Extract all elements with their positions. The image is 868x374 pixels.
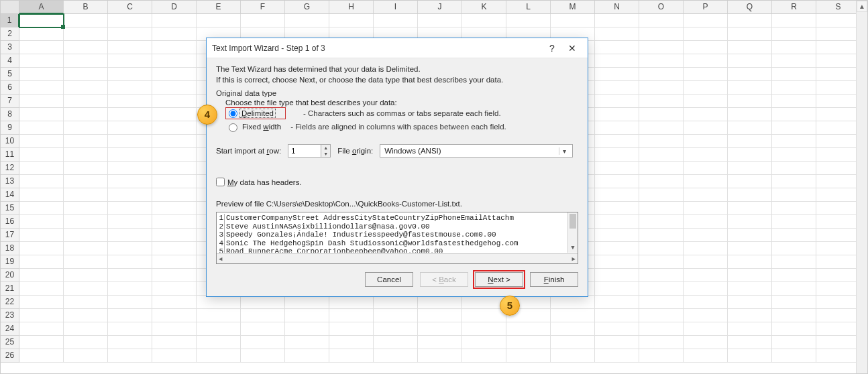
- cell-C16[interactable]: [108, 215, 152, 229]
- cell-D23[interactable]: [152, 309, 197, 322]
- cell-C10[interactable]: [108, 135, 152, 148]
- cell-B11[interactable]: [64, 148, 108, 162]
- cell-O9[interactable]: [639, 121, 684, 135]
- cell-R20[interactable]: [772, 269, 816, 282]
- cell-A4[interactable]: [19, 54, 64, 68]
- row-header-21[interactable]: 21: [1, 282, 19, 296]
- cell-S12[interactable]: [816, 162, 861, 175]
- cell-Q1[interactable]: [728, 14, 772, 27]
- cell-B23[interactable]: [64, 309, 108, 322]
- cell-L1[interactable]: [506, 14, 551, 27]
- cell-K24[interactable]: [462, 322, 506, 336]
- cell-B22[interactable]: [64, 296, 108, 309]
- cell-A20[interactable]: [19, 269, 64, 282]
- cell-G22[interactable]: [285, 296, 329, 309]
- cell-K26[interactable]: [462, 349, 506, 363]
- column-header-N[interactable]: N: [595, 1, 639, 14]
- cell-B2[interactable]: [64, 27, 108, 41]
- cell-B5[interactable]: [64, 68, 108, 81]
- cell-P23[interactable]: [684, 309, 728, 322]
- cell-R8[interactable]: [772, 108, 816, 121]
- cell-C24[interactable]: [108, 322, 152, 336]
- cell-M24[interactable]: [551, 322, 595, 336]
- cell-A16[interactable]: [19, 215, 64, 229]
- cell-I1[interactable]: [374, 14, 418, 27]
- cell-N24[interactable]: [595, 322, 639, 336]
- cell-P20[interactable]: [684, 269, 728, 282]
- cell-D7[interactable]: [152, 95, 197, 108]
- cell-Q9[interactable]: [728, 121, 772, 135]
- cell-C21[interactable]: [108, 282, 152, 296]
- cell-S18[interactable]: [816, 242, 861, 255]
- cell-A18[interactable]: [19, 242, 64, 255]
- cell-K25[interactable]: [462, 336, 506, 349]
- cell-S5[interactable]: [816, 68, 861, 81]
- cell-R23[interactable]: [772, 309, 816, 322]
- cell-Q18[interactable]: [728, 242, 772, 255]
- column-header-S[interactable]: S: [816, 1, 861, 14]
- cell-A10[interactable]: [19, 135, 64, 148]
- cell-A24[interactable]: [19, 322, 64, 336]
- cell-P19[interactable]: [684, 255, 728, 269]
- cell-M26[interactable]: [551, 349, 595, 363]
- cell-R2[interactable]: [772, 27, 816, 41]
- row-header-9[interactable]: 9: [1, 121, 19, 135]
- cell-O2[interactable]: [639, 27, 684, 41]
- cell-G23[interactable]: [285, 309, 329, 322]
- cell-E24[interactable]: [197, 322, 241, 336]
- row-header-2[interactable]: 2: [1, 27, 19, 41]
- cell-Q22[interactable]: [728, 296, 772, 309]
- cell-C23[interactable]: [108, 309, 152, 322]
- row-header-13[interactable]: 13: [1, 175, 19, 188]
- cell-D1[interactable]: [152, 14, 197, 27]
- column-header-A[interactable]: A: [19, 1, 64, 14]
- headers-checkbox[interactable]: [216, 178, 225, 186]
- column-header-P[interactable]: P: [684, 1, 728, 14]
- cell-D12[interactable]: [152, 162, 197, 175]
- cell-D5[interactable]: [152, 68, 197, 81]
- cell-C19[interactable]: [108, 255, 152, 269]
- scroll-down-icon[interactable]: ▼: [568, 243, 578, 253]
- cell-B13[interactable]: [64, 175, 108, 188]
- cell-P3[interactable]: [684, 41, 728, 54]
- cell-B9[interactable]: [64, 121, 108, 135]
- column-header-C[interactable]: C: [108, 1, 152, 14]
- cell-N18[interactable]: [595, 242, 639, 255]
- cell-P18[interactable]: [684, 242, 728, 255]
- cell-O13[interactable]: [639, 175, 684, 188]
- cell-R11[interactable]: [772, 148, 816, 162]
- cell-M25[interactable]: [551, 336, 595, 349]
- cell-S9[interactable]: [816, 121, 861, 135]
- column-header-M[interactable]: M: [551, 1, 595, 14]
- cell-Q26[interactable]: [728, 349, 772, 363]
- cell-P24[interactable]: [684, 322, 728, 336]
- cell-O18[interactable]: [639, 242, 684, 255]
- cell-K1[interactable]: [462, 14, 506, 27]
- cell-S25[interactable]: [816, 336, 861, 349]
- cell-O10[interactable]: [639, 135, 684, 148]
- cell-H24[interactable]: [329, 322, 374, 336]
- cell-N19[interactable]: [595, 255, 639, 269]
- cell-N16[interactable]: [595, 215, 639, 229]
- cell-P21[interactable]: [684, 282, 728, 296]
- cell-C6[interactable]: [108, 81, 152, 95]
- cell-B15[interactable]: [64, 202, 108, 215]
- cell-P13[interactable]: [684, 175, 728, 188]
- cell-O14[interactable]: [639, 188, 684, 202]
- cell-S13[interactable]: [816, 175, 861, 188]
- cell-E22[interactable]: [197, 296, 241, 309]
- row-header-22[interactable]: 22: [1, 296, 19, 309]
- cell-D3[interactable]: [152, 41, 197, 54]
- cell-N12[interactable]: [595, 162, 639, 175]
- cell-I26[interactable]: [374, 349, 418, 363]
- cell-N7[interactable]: [595, 95, 639, 108]
- cell-D19[interactable]: [152, 255, 197, 269]
- cell-G26[interactable]: [285, 349, 329, 363]
- cell-S22[interactable]: [816, 296, 861, 309]
- cell-D8[interactable]: [152, 108, 197, 121]
- row-header-7[interactable]: 7: [1, 95, 19, 108]
- cell-B18[interactable]: [64, 242, 108, 255]
- cell-R4[interactable]: [772, 54, 816, 68]
- start-row-input[interactable]: [288, 145, 321, 157]
- cell-B19[interactable]: [64, 255, 108, 269]
